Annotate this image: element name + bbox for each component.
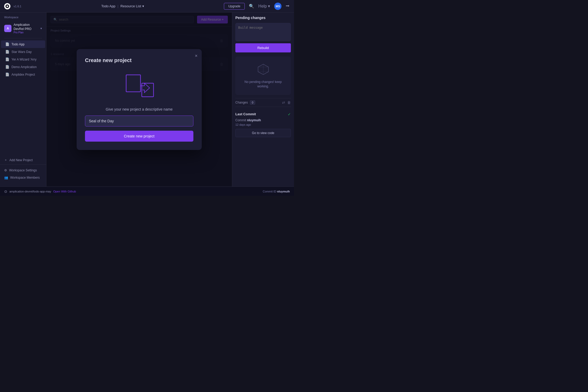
pending-changes-title: Pending changes xyxy=(235,16,291,20)
bottom-repo: amplication-devrel/todo-app-may xyxy=(9,190,51,193)
trash-icon[interactable]: 🗑 xyxy=(287,100,291,105)
sidebar-divider xyxy=(4,38,42,38)
svg-rect-0 xyxy=(126,75,140,92)
sidebar-item-demo[interactable]: 📄 Demo Amplication xyxy=(1,63,45,71)
settings-icon: ⚙ xyxy=(4,168,7,172)
last-commit-header: Last Commit ✓ xyxy=(235,112,291,116)
center-content: 🔍 Add Resource + Project Settings No com… xyxy=(46,13,232,186)
document-icon: 📄 xyxy=(5,73,9,76)
sidebar-item-star-wars[interactable]: 📄 Star Wars Day xyxy=(1,48,45,56)
workspace-selector[interactable]: A Amplication DevRel PRO Pro Plan ▾ xyxy=(0,21,46,36)
plus-icon: ＋ xyxy=(4,158,7,162)
open-github-button[interactable]: Open With Github xyxy=(53,190,76,193)
bottom-commit-id: nluymuih xyxy=(277,190,290,193)
modal-title: Create new project xyxy=(85,57,193,63)
chevron-down-icon: ▾ xyxy=(40,27,42,30)
rebuild-button[interactable]: Rebuild xyxy=(235,43,291,52)
document-icon: 📄 xyxy=(5,57,9,61)
workspace-name: Amplication DevRel PRO xyxy=(14,23,38,31)
sidebar-item-todo-app[interactable]: 📄 Todo App xyxy=(1,40,45,48)
chevron-down-icon: ▾ xyxy=(142,4,144,8)
top-nav: v1.6.1 Todo App | Resource List ▾ Upgrad… xyxy=(0,0,294,13)
workspace-label: Workspace xyxy=(0,16,46,21)
create-project-modal: × Create new project Give your new proje… xyxy=(77,49,202,150)
avatar[interactable]: MS xyxy=(274,3,281,10)
commit-info: Commit nluymuih xyxy=(235,118,291,122)
logout-icon: ⮕ xyxy=(286,4,290,9)
project-name-input[interactable] xyxy=(85,116,193,126)
logo-icon xyxy=(4,3,10,9)
workspace-plan: Pro Plan xyxy=(14,31,38,34)
bottom-bar: ⊙ amplication-devrel/todo-app-may Open W… xyxy=(0,186,294,196)
modal-illustration xyxy=(85,70,193,101)
right-panel: Pending changes Rebuild No pending chang… xyxy=(232,13,294,186)
nav-center: Todo App | Resource List ▾ xyxy=(101,4,144,8)
no-changes-text: No pending changes! keep working. xyxy=(240,80,287,89)
cube-icon xyxy=(257,63,270,77)
sidebar-item-amplidex[interactable]: 📄 Amplidex Project xyxy=(1,71,45,78)
modal-overlay: × Create new project Give your new proje… xyxy=(46,13,232,186)
no-changes-area: No pending changes! keep working. xyxy=(235,57,291,95)
changes-count: 0 xyxy=(250,100,255,105)
check-icon: ✓ xyxy=(288,112,291,116)
logout-button[interactable]: ⮕ xyxy=(286,4,290,9)
upgrade-button[interactable]: Upgrade xyxy=(224,3,245,10)
bottom-commit-label: Commit ID nluymuih xyxy=(263,190,290,193)
workspace-members-button[interactable]: 👥 Workspace Members xyxy=(0,174,46,181)
version-label: v1.6.1 xyxy=(14,5,21,8)
workspace-settings-button[interactable]: ⚙ Workspace Settings xyxy=(0,167,46,174)
commit-time: 12 days ago xyxy=(235,123,291,126)
document-icon: 📄 xyxy=(5,42,9,46)
sidebar-bottom: ⚙ Workspace Settings 👥 Workspace Members xyxy=(0,164,46,183)
changes-label: Changes xyxy=(235,101,248,104)
build-message-input[interactable] xyxy=(235,23,291,41)
create-project-button[interactable]: Create new project xyxy=(85,131,193,142)
document-icon: 📄 xyxy=(5,65,9,69)
main-layout: Workspace A Amplication DevRel PRO Pro P… xyxy=(0,13,294,186)
nav-resource-list[interactable]: Resource List ▾ xyxy=(120,4,144,8)
nav-app-name: Todo App xyxy=(101,4,115,8)
search-button[interactable]: 🔍 xyxy=(249,4,254,9)
workspace-info: Amplication DevRel PRO Pro Plan xyxy=(14,23,38,34)
modal-subtitle: Give your new project a descriptive name xyxy=(85,107,193,111)
workspace-avatar: A xyxy=(4,25,11,32)
chevron-down-icon: ▾ xyxy=(268,4,270,9)
add-new-project-button[interactable]: ＋ Add New Project xyxy=(0,156,46,164)
sidebar: Workspace A Amplication DevRel PRO Pro P… xyxy=(0,13,46,186)
github-icon: ⊙ xyxy=(4,189,7,194)
view-code-button[interactable]: Go to view code xyxy=(235,129,291,137)
document-icon: 📄 xyxy=(5,50,9,54)
changes-row: Changes 0 ⇄ 🗑 xyxy=(235,98,291,107)
nav-right: Upgrade 🔍 Help ▾ MS ⮕ xyxy=(224,3,290,10)
help-button[interactable]: Help ▾ xyxy=(258,4,270,9)
commit-id: nluymuih xyxy=(247,118,261,122)
swap-icon[interactable]: ⇄ xyxy=(282,100,285,105)
last-commit-title: Last Commit xyxy=(235,112,256,116)
search-icon: 🔍 xyxy=(249,4,254,9)
last-commit-section: Last Commit ✓ Commit nluymuih 12 days ag… xyxy=(235,110,291,137)
modal-close-button[interactable]: × xyxy=(195,53,198,59)
sidebar-item-wizard[interactable]: 📄 Yer A Wizard 'Arry xyxy=(1,56,45,63)
people-icon: 👥 xyxy=(4,176,8,179)
